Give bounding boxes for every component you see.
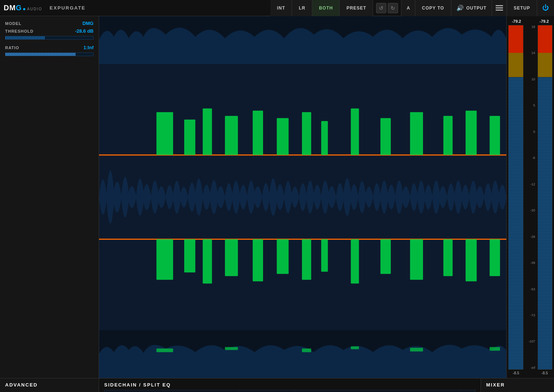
vu-right-bar [537, 25, 553, 370]
lr-button[interactable]: LR [292, 0, 312, 16]
sidechain-panel: SIDECHAIN / SPLIT EQ [99, 378, 481, 392]
advanced-panel: ADVANCED KNEE 0.0 dB RANGE 80.2 dB ATTAC… [0, 378, 99, 392]
svg-rect-11 [277, 118, 288, 155]
svg-rect-13 [321, 121, 328, 155]
undo-button[interactable]: ↺ [376, 3, 386, 13]
advanced-title: ADVANCED [5, 382, 94, 388]
model-label: MODEL [5, 21, 22, 26]
setup-button[interactable]: SETUP [507, 0, 537, 16]
svg-rect-24 [253, 239, 263, 282]
threshold-row: THRESHOLD -28.6 dB [5, 28, 94, 34]
vu-right-value: -79.2 [540, 19, 549, 23]
svg-rect-22 [203, 239, 212, 284]
ratio-row: RATIO 1:Inf [5, 45, 94, 50]
ratio-slider[interactable] [5, 52, 94, 56]
logo-audio: AUDIO [27, 7, 43, 11]
vu-footer: -8.5 -8.5 [508, 371, 553, 375]
int-button[interactable]: INT [270, 0, 292, 16]
svg-rect-17 [443, 116, 452, 155]
svg-rect-33 [490, 239, 500, 276]
threshold-slider[interactable] [5, 36, 94, 40]
svg-rect-36 [225, 347, 238, 350]
svg-rect-8 [203, 109, 212, 155]
vu-header: -79.2 -79.2 [508, 19, 553, 23]
svg-rect-32 [466, 239, 477, 282]
waveform-svg [99, 16, 506, 378]
vu-left-bar [508, 25, 524, 370]
vu-meters-container: 18 14 10 5 0 -6 -12 -20 -28 -39 -53 -73 … [508, 25, 553, 370]
vu-left-value: -79.2 [512, 19, 521, 23]
svg-rect-16 [410, 112, 423, 155]
eq-svg: 0dB -24dB -48dB -72dB 24dB 12dB 0dB -12d… [105, 390, 475, 392]
vu-scale: 18 14 10 5 0 -6 -12 -20 -28 -39 -53 -73 … [525, 25, 536, 370]
mixer-title: MIXER [486, 382, 549, 388]
model-row: MODEL DMG [5, 21, 94, 26]
vu-left-active [509, 77, 523, 369]
main-area: MODEL DMG THRESHOLD -28.6 dB RATIO 1:Inf [0, 16, 554, 378]
waveform-display [99, 16, 506, 378]
svg-rect-28 [351, 239, 359, 284]
svg-rect-18 [466, 111, 477, 155]
product-name: EXPURGATE [50, 5, 85, 11]
svg-rect-7 [184, 120, 195, 155]
svg-rect-41 [105, 390, 475, 392]
output-label: OUTPUT [466, 6, 486, 11]
power-icon: ⏻ [542, 4, 549, 12]
eq-display[interactable]: 0dB -24dB -48dB -72dB 24dB 12dB 0dB -12d… [104, 390, 475, 392]
svg-rect-10 [253, 111, 263, 155]
svg-rect-29 [380, 239, 391, 274]
undo-redo-area: ↺ ↻ [373, 0, 401, 16]
left-panel: MODEL DMG THRESHOLD -28.6 dB RATIO 1:Inf [0, 16, 99, 378]
svg-rect-39 [410, 348, 423, 351]
svg-rect-38 [351, 346, 359, 349]
svg-rect-15 [380, 118, 391, 155]
ab-button[interactable]: A [401, 0, 415, 16]
logo-dmg: DMG [4, 4, 22, 12]
svg-rect-9 [225, 116, 238, 155]
vu-meters: -79.2 -79.2 18 14 10 5 0 -6 [506, 16, 554, 378]
svg-rect-6 [156, 112, 173, 155]
model-value: DMG [83, 21, 94, 26]
vu-right-active [538, 77, 553, 369]
svg-rect-19 [490, 116, 500, 155]
logo-area: DMG AUDIO [0, 0, 46, 16]
svg-rect-26 [302, 239, 311, 280]
svg-rect-30 [410, 239, 423, 280]
svg-rect-27 [321, 239, 328, 272]
svg-rect-23 [225, 239, 238, 276]
vu-bottom-right: -8.5 [542, 371, 548, 375]
threshold-label: THRESHOLD [5, 29, 33, 33]
svg-rect-40 [490, 347, 500, 351]
svg-rect-35 [156, 349, 173, 352]
both-button[interactable]: BOTH [312, 0, 340, 16]
svg-rect-31 [443, 239, 452, 276]
bottom-section: ADVANCED KNEE 0.0 dB RANGE 80.2 dB ATTAC… [0, 378, 554, 392]
threshold-value: -28.6 dB [75, 28, 94, 34]
sidechain-title: SIDECHAIN / SPLIT EQ [104, 382, 475, 388]
lines-button[interactable] [492, 0, 507, 16]
ratio-value: 1:Inf [84, 45, 94, 50]
vu-bottom-left: -8.5 [513, 371, 519, 375]
svg-rect-25 [277, 239, 288, 274]
redo-button[interactable]: ↻ [388, 3, 398, 13]
svg-rect-37 [302, 349, 311, 352]
mixer-panel: MIXER IN MU DRY OUT 0.0 0.0 -inf 0. [481, 378, 554, 392]
svg-rect-12 [302, 112, 311, 155]
topbar: DMG AUDIO EXPURGATE INT LR BOTH PRESET ↺… [0, 0, 554, 16]
svg-rect-21 [184, 239, 195, 273]
copy-to-button[interactable]: COPY TO [415, 0, 451, 16]
preset-button[interactable]: PRESET [340, 0, 373, 16]
svg-rect-20 [156, 239, 173, 280]
menu-icon [496, 5, 503, 11]
power-button[interactable]: ⏻ [537, 0, 554, 16]
output-button[interactable]: 🔊 OUTPUT [451, 0, 492, 16]
svg-rect-14 [351, 109, 359, 155]
ratio-label: RATIO [5, 46, 19, 50]
speaker-icon: 🔊 [456, 4, 464, 11]
